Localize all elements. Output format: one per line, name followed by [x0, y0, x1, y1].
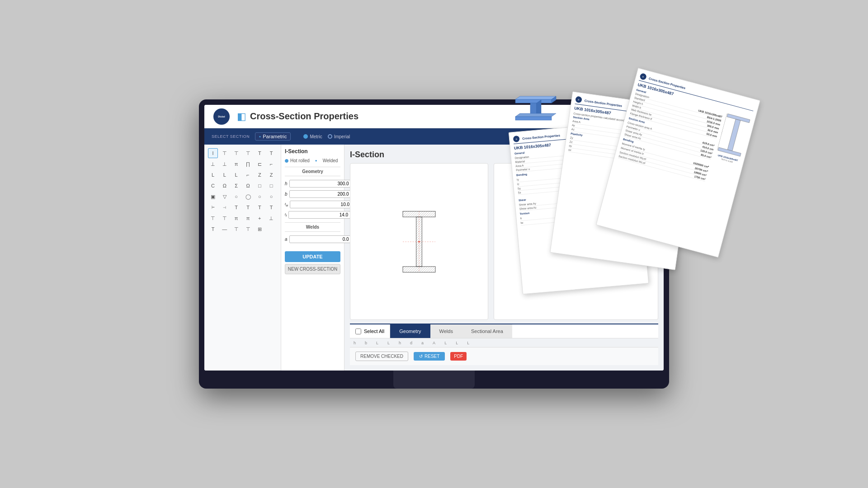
section-icon-z1[interactable]: Z: [255, 170, 264, 180]
section-icon-circ2[interactable]: ◯: [243, 192, 253, 202]
config-panel: I-Section Hot rolled ● Welded Geometry: [281, 145, 344, 371]
section-icon-t4[interactable]: T: [255, 148, 264, 158]
section-icon-sq1[interactable]: □: [255, 181, 264, 191]
diagram-icon-5[interactable]: ⬚: [593, 277, 602, 284]
section-icon-z2[interactable]: Z: [266, 170, 276, 180]
i-section-svg: [399, 203, 439, 280]
param-a-input[interactable]: [289, 235, 351, 243]
tab-massive-ii[interactable]: Massive II: [619, 128, 656, 145]
col-l3: L: [444, 341, 447, 345]
svg-rect-43: [727, 114, 750, 123]
action-bar: REMOVE CHECKED ↺ RESET PDF: [350, 347, 658, 365]
metric-radio[interactable]: Metric: [303, 134, 322, 139]
section-icon-t13[interactable]: ⊤: [220, 213, 230, 223]
new-section-button[interactable]: NEW CROSS-SECTION: [285, 264, 340, 274]
section-icon-l4[interactable]: ⌐: [243, 170, 253, 180]
section-icon-bot[interactable]: ⊥: [266, 213, 276, 223]
param-tf-label: tf: [285, 212, 287, 217]
section-icon-t5[interactable]: T: [266, 148, 276, 158]
section-icon-omega[interactable]: Ω: [243, 181, 253, 191]
section-icon-l1[interactable]: L: [208, 170, 218, 180]
tab-massive-i[interactable]: Massive I: [584, 128, 619, 145]
col-h: h: [354, 341, 356, 345]
bottom-section: Select All Geometry Welds Sectional Area…: [350, 324, 658, 365]
select-all-area: Select All: [350, 324, 390, 338]
welded-option[interactable]: Welded: [323, 158, 338, 163]
section-icon-t12[interactable]: ⊤: [208, 213, 218, 223]
section-icon-t11[interactable]: T: [266, 202, 276, 212]
section-icon-c2[interactable]: ⌐: [266, 159, 276, 169]
diagram-title: I 300/200/10/14/0: [560, 199, 592, 204]
param-h-input[interactable]: [289, 180, 351, 188]
section-icon-plus[interactable]: +: [255, 213, 264, 223]
section-icon-sq2[interactable]: □: [266, 181, 276, 191]
section-icon-t8[interactable]: T: [231, 202, 241, 212]
diagram-icon-1[interactable]: ⊞: [550, 277, 559, 284]
section-icon-t14[interactable]: T: [208, 224, 218, 234]
section-icon-i3[interactable]: ⊣: [220, 202, 230, 212]
bottom-toolbar: Select All Geometry Welds Sectional Area: [350, 324, 658, 338]
section-icon-t6[interactable]: ⊥: [208, 159, 218, 169]
param-h: h mm: [285, 180, 340, 188]
section-icon-circ3[interactable]: ○: [255, 192, 264, 202]
section-palette: I ⊤ ⊤ ⊤ T T ⊥ ⊥ π ∏ ⊏ ⌐ L L L: [204, 145, 281, 371]
svg-rect-37: [515, 117, 552, 120]
section-icon-pi[interactable]: π: [231, 159, 241, 169]
app-logo: Dlubal: [213, 108, 230, 125]
diagram-icons: ⊞ ≡ ⊡ ⊟ ⬚: [550, 277, 602, 284]
svg-text:0.00: 0.00: [603, 225, 608, 229]
hot-rolled-option[interactable]: Hot rolled: [285, 158, 310, 163]
tab-sectional-area[interactable]: Sectional Area: [462, 324, 512, 338]
parametric-selector[interactable]: ▪ Parametric: [255, 132, 291, 141]
param-b-label: b: [285, 192, 288, 197]
section-icon-tri[interactable]: ▽: [220, 192, 230, 202]
section-icon-dash[interactable]: —: [220, 224, 230, 234]
tab-geometry[interactable]: Geometry: [390, 324, 430, 338]
col-h2: h: [399, 341, 401, 345]
tab-thin-walled[interactable]: Thin-Walled: [519, 128, 559, 145]
remove-checked-button[interactable]: REMOVE CHECKED: [355, 352, 408, 361]
section-icon-c1[interactable]: ⊏: [255, 159, 264, 169]
diagram-icon-2[interactable]: ≡: [561, 277, 570, 284]
col-d: d: [410, 341, 412, 345]
diagram-icon-3[interactable]: ⊡: [571, 277, 580, 284]
section-icon-t15[interactable]: ⊤: [231, 224, 241, 234]
param-tf-input[interactable]: [288, 211, 350, 219]
select-all-checkbox[interactable]: [355, 328, 361, 334]
section-icon-t9[interactable]: T: [243, 202, 253, 212]
section-icon-l3[interactable]: L: [231, 170, 241, 180]
param-tw-input[interactable]: [290, 201, 352, 208]
section-icon-sq3[interactable]: ▣: [208, 192, 218, 202]
section-icon-t3[interactable]: ⊤: [243, 148, 253, 158]
section-icon-pi3[interactable]: π: [243, 213, 253, 223]
diagram-icon-4[interactable]: ⊟: [582, 277, 591, 284]
tab-bars[interactable]: Bars: [559, 128, 584, 145]
section-icon-c3[interactable]: C: [208, 181, 218, 191]
section-icon-t7[interactable]: ⊥: [220, 159, 230, 169]
col-l4: L: [456, 341, 458, 345]
section-icon-sigma[interactable]: Σ: [231, 181, 241, 191]
reset-button[interactable]: ↺ RESET: [414, 352, 445, 361]
update-button[interactable]: UPDATE: [285, 251, 340, 262]
section-icon-circ1[interactable]: ○: [231, 192, 241, 202]
section-icon-t16[interactable]: ⊤: [243, 224, 253, 234]
section-icon-g1[interactable]: Ω: [220, 181, 230, 191]
imperial-radio[interactable]: Imperial: [328, 134, 350, 139]
section-icon-i2[interactable]: ⊢: [208, 202, 218, 212]
section-icon-t1[interactable]: ⊤: [220, 148, 230, 158]
section-icon-t10[interactable]: T: [255, 202, 264, 212]
pdf-button[interactable]: PDF: [450, 352, 467, 361]
tab-welds[interactable]: Welds: [430, 324, 462, 338]
welds-section-label: Welds: [285, 222, 340, 232]
section-icon-h1[interactable]: ⊞: [255, 224, 264, 234]
section-icon-t2[interactable]: ⊤: [231, 148, 241, 158]
param-b-input[interactable]: [289, 190, 351, 198]
section-icon-pi2[interactable]: π: [231, 213, 241, 223]
section-icon-i[interactable]: I: [208, 148, 218, 158]
section-icon-ii[interactable]: ∏: [243, 159, 253, 169]
section-icon-circ4[interactable]: ○: [266, 192, 276, 202]
section-icon-l2[interactable]: L: [220, 170, 230, 180]
warping-diagram: I 300/200/10/14/0 ω | Warping ordinates …: [494, 163, 658, 320]
select-section-label: SELECT SECTION: [212, 134, 250, 139]
svg-text:71.50: 71.50: [548, 271, 554, 273]
